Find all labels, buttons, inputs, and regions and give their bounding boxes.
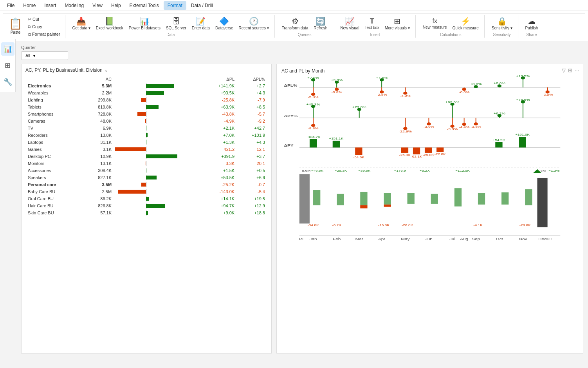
row-bar-cell [114, 103, 202, 111]
refresh-button[interactable]: 🔄 Refresh [311, 16, 330, 31]
new-measure-button[interactable]: fx New measure [420, 17, 449, 31]
row-name: TV [25, 125, 85, 132]
get-data-button[interactable]: 📥 Get data ▾ [70, 16, 93, 31]
svg-text:Sep: Sep [472, 237, 480, 241]
dataverse-button[interactable]: 🔷 Dataverse [213, 16, 236, 31]
table-row: Oral Care BU86.2K+14.1K+19.5 [25, 195, 267, 202]
svg-text:-4.1K: -4.1K [473, 223, 483, 227]
row-name: Laptops [25, 139, 85, 146]
row-bar-cell [114, 111, 202, 118]
menu-data-drill[interactable]: Data / Drill [187, 1, 217, 10]
table-row: Recorders13.8K+7.0K+101.9 [25, 132, 267, 139]
expand-icon[interactable]: ⊞ [568, 67, 572, 73]
table-row: Skin Care BU57.1K+9.0K+18.8 [25, 209, 267, 216]
menu-insert[interactable]: Insert [40, 1, 60, 10]
svg-text:-3.9%: -3.9% [424, 125, 434, 128]
text-box-button[interactable]: T Text box [363, 16, 382, 31]
filter-icon[interactable]: ▽ [562, 67, 566, 73]
row-name: Monitors [25, 160, 85, 167]
row-deltapct: -12.1 [243, 146, 267, 153]
svg-text:-8.8%: -8.8% [308, 127, 318, 130]
row-ac: 3.5M [85, 181, 114, 188]
svg-text:+5.2X: +5.2X [420, 169, 430, 172]
svg-rect-115 [360, 205, 367, 208]
table-row: Lighting299.8K-25.8K-7.9 [25, 96, 267, 103]
menu-modeling[interactable]: Modeling [61, 1, 88, 10]
insert-group: 📈 New visual T Text box ⊞ More visuals ▾… [335, 15, 416, 38]
recent-sources-button[interactable]: 🕐 Recent sources ▾ [236, 16, 271, 31]
more-visuals-icon: ⊞ [394, 17, 400, 25]
sql-icon: 🗄 [172, 17, 180, 25]
left-sidebar: 📊 ⊞ 🔧 [0, 39, 16, 92]
right-chart: AC and PL by Month ▽ ⊞ ··· ΔPL% +7.8% [276, 64, 583, 353]
cut-button[interactable]: ✂ Cut [26, 16, 62, 23]
ribbon: 📋 Paste ✂ Cut ⧉ Copy ⧉ Format painter 📥 … [0, 11, 588, 41]
format-painter-button[interactable]: ⧉ Format painter [26, 31, 62, 38]
more-visuals-button[interactable]: ⊞ More visuals ▾ [382, 16, 412, 31]
text-box-icon: T [370, 18, 374, 25]
col-spacer [237, 76, 243, 82]
row-deltapct: +6.9 [243, 174, 267, 181]
excel-button[interactable]: 📗 Excel workbook [94, 16, 126, 31]
svg-text:-22.0K: -22.0K [435, 152, 446, 156]
menu-external-tools[interactable]: External Tools [126, 1, 163, 10]
copy-button[interactable]: ⧉ Copy [26, 24, 62, 30]
svg-text:+54.9K: +54.9K [493, 138, 505, 141]
enter-data-button[interactable]: 📝 Enter data [189, 16, 212, 31]
svg-text:Aug: Aug [460, 237, 468, 241]
get-data-icon: 📥 [76, 17, 86, 25]
row-deltapl: -25.2K [202, 181, 237, 188]
right-chart-svg: ΔPL% +7.8% +3.8% +7.5% + [281, 76, 578, 335]
svg-text:Apr: Apr [378, 237, 386, 241]
menu-help[interactable]: Help [107, 1, 125, 10]
sidebar-report-icon[interactable]: 📊 [1, 42, 14, 56]
menu-file[interactable]: File [3, 1, 18, 10]
share-group: ☁ Publish Share [520, 15, 544, 38]
row-name: Speakers [25, 174, 85, 181]
publish-button[interactable]: ☁ Publish [523, 16, 541, 31]
table-row: Personal care3.5M-25.2K-0.7 [25, 181, 267, 188]
quick-measure-button[interactable]: ⚡ Quick measure [450, 16, 481, 31]
svg-text:+23.0%: +23.0% [352, 106, 366, 109]
table-row: Hair Care BU826.8K+94.7K+12.9 [25, 202, 267, 209]
row-deltapct: +2.7 [243, 82, 267, 89]
publish-icon: ☁ [528, 17, 536, 25]
svg-rect-112 [478, 193, 485, 205]
row-deltapl: +90.5K [202, 89, 237, 96]
row-ac: 2.5M [85, 188, 114, 195]
row-deltapct: +4.3 [243, 89, 267, 96]
chart-table: AC ΔPL ΔPL% Electronics5.3M+141.9K+2.7We… [25, 76, 267, 216]
svg-rect-116 [384, 205, 391, 207]
menu-home[interactable]: Home [19, 1, 40, 10]
svg-text:-29.0K: -29.0K [423, 153, 434, 156]
powerbi-button[interactable]: 📊 Power BI datasets [126, 16, 163, 31]
menu-view[interactable]: View [88, 1, 106, 10]
svg-text:+6.2%: +6.2% [494, 112, 505, 115]
filter-label: Quarter [21, 45, 583, 50]
sql-button[interactable]: 🗄 SQL Server [164, 16, 189, 31]
title-expand-icon[interactable]: ⌄ [104, 67, 108, 73]
share-group-label: Share [527, 33, 537, 37]
col-header-ac: AC [85, 76, 114, 82]
right-chart-icons: ▽ ⊞ ··· [562, 67, 579, 73]
svg-text:+7.8%: +7.8% [307, 76, 319, 79]
svg-text:+0.6%: +0.6% [494, 82, 505, 85]
row-ac: 819.8K [85, 103, 114, 111]
svg-rect-83 [355, 147, 362, 155]
row-ac: 308.4K [85, 167, 114, 174]
row-deltapl: -3.3K [202, 160, 237, 167]
sidebar-data-icon[interactable]: ⊞ [2, 59, 13, 72]
svg-text:-16.9K: -16.9K [378, 223, 390, 227]
svg-text:-3.5%: -3.5% [471, 125, 481, 128]
row-ac: 10.9K [85, 153, 114, 160]
menu-format[interactable]: Format [164, 1, 186, 10]
transform-button[interactable]: ⚙ Transform data [280, 16, 310, 31]
svg-text:-5.8%: -5.8% [308, 96, 318, 99]
new-visual-button[interactable]: 📈 New visual [338, 16, 361, 31]
paste-button[interactable]: 📋 Paste [6, 16, 25, 36]
more-icon[interactable]: ··· [575, 67, 579, 73]
filter-dropdown[interactable]: All ▾ [21, 51, 68, 60]
sensitivity-button[interactable]: 🔒 Sensitivity ▾ [489, 16, 515, 31]
sidebar-model-icon[interactable]: 🔧 [1, 75, 14, 89]
row-deltapct: +3.7 [243, 153, 267, 160]
